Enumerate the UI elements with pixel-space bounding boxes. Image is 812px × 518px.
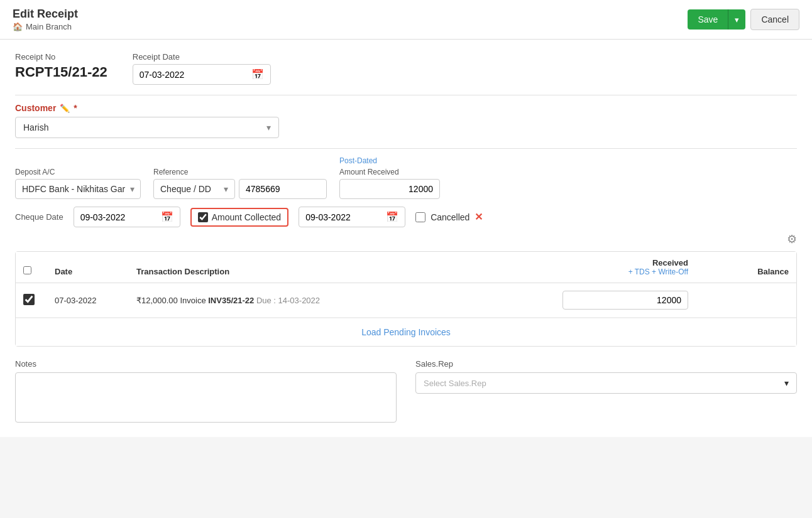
save-button-group: Save ▾: [688, 9, 745, 30]
deposit-value: HDFC Bank - Nikhitas Gar: [22, 184, 125, 194]
receipt-no-value: RCPT15/21-22: [15, 64, 107, 80]
amount-received-label: Amount Received: [339, 168, 440, 176]
collection-date-input-wrapper[interactable]: 📅: [299, 207, 405, 227]
receipt-no-section: Receipt No RCPT15/21-22: [15, 52, 107, 80]
header-actions: Save ▾ Cancel: [688, 9, 799, 30]
invoice-number: INV35/21-22: [208, 296, 254, 305]
row-received-cell: [562, 291, 688, 310]
row-checkbox[interactable]: [23, 294, 35, 305]
row-checkbox-cell: [23, 294, 55, 307]
col-desc-header: Transaction Description: [136, 267, 562, 276]
ref-type-chevron-icon: ▾: [224, 184, 228, 194]
row-description: ₹12,000.00 Invoice INV35/21-22 Due : 14-…: [136, 296, 562, 305]
sales-rep-label: Sales.Rep: [415, 359, 797, 369]
cancelled-checkbox[interactable]: [415, 212, 425, 222]
table-header: Date Transaction Description Received + …: [16, 252, 796, 283]
post-dated-label: Post-Dated: [339, 156, 440, 165]
deposit-label: Deposit A/C: [15, 168, 141, 176]
cheque-date-input[interactable]: [80, 212, 161, 222]
branch-label: 🏠 Main Branch: [13, 22, 78, 31]
edit-icon[interactable]: ✏️: [60, 104, 70, 113]
amount-collected-label: Amount Collected: [212, 212, 282, 222]
cheque-date-input-wrapper[interactable]: 📅: [74, 207, 180, 227]
required-marker: *: [74, 103, 77, 113]
cancelled-row: Cancelled ✕: [415, 211, 483, 223]
receipt-date-label: Receipt Date: [133, 52, 271, 62]
save-button[interactable]: Save: [688, 9, 728, 30]
settings-icon[interactable]: ⚙: [787, 232, 797, 246]
invoices-table: Date Transaction Description Received + …: [15, 251, 797, 347]
cancel-button[interactable]: Cancel: [750, 9, 799, 30]
bottom-section: Notes Sales.Rep Select Sales.Rep ▾: [15, 359, 797, 424]
notes-label: Notes: [15, 359, 397, 369]
receipt-date-input-wrapper[interactable]: 📅: [133, 64, 271, 85]
divider-2: [15, 148, 797, 149]
customer-select[interactable]: Harish ▾: [15, 117, 279, 138]
customer-value: Harish: [23, 122, 48, 132]
calendar-icon[interactable]: 📅: [251, 68, 264, 80]
invoice-amount: ₹12,000.00 Invoice: [136, 296, 208, 305]
row-date: 07-03-2022: [55, 296, 136, 305]
collection-calendar-icon[interactable]: 📅: [386, 211, 398, 223]
main-content: Receipt No RCPT15/21-22 Receipt Date 📅 C…: [0, 40, 812, 437]
save-dropdown-button[interactable]: ▾: [728, 9, 745, 30]
header-left: Edit Receipt 🏠 Main Branch: [13, 8, 78, 31]
row-received-input[interactable]: [562, 291, 688, 310]
amount-received-field-group: Post-Dated Amount Received: [339, 156, 440, 199]
tds-write-off-link[interactable]: + TDS + Write-Off: [628, 267, 688, 276]
reference-type-select[interactable]: Cheque / DD ▾: [153, 179, 235, 199]
sales-rep-select[interactable]: Select Sales.Rep ▾: [415, 372, 797, 394]
page-header: Edit Receipt 🏠 Main Branch Save ▾ Cancel: [0, 0, 812, 40]
cheque-date-label: Cheque Date: [15, 212, 63, 222]
cancel-x-icon[interactable]: ✕: [475, 211, 483, 223]
reference-label: Reference: [153, 168, 327, 176]
page-title: Edit Receipt: [13, 8, 78, 21]
reference-field-group: Reference Cheque / DD ▾: [153, 168, 327, 199]
amount-received-input[interactable]: [339, 179, 440, 199]
load-invoices-button[interactable]: Load Pending Invoices: [361, 327, 451, 337]
receipt-top-section: Receipt No RCPT15/21-22 Receipt Date 📅: [15, 52, 797, 85]
sales-rep-chevron-icon: ▾: [784, 378, 789, 388]
col-received-header: Received + TDS + Write-Off: [562, 258, 688, 276]
receipt-date-input[interactable]: [140, 70, 251, 80]
header-checkbox[interactable]: [23, 266, 31, 274]
amount-collected-box: Amount Collected: [190, 208, 289, 227]
receipt-no-label: Receipt No: [15, 52, 107, 62]
settings-icon-row: ⚙: [15, 232, 797, 246]
table-row: 07-03-2022 ₹12,000.00 Invoice INV35/21-2…: [16, 283, 796, 318]
sales-rep-section: Sales.Rep Select Sales.Rep ▾: [415, 359, 797, 424]
deposit-reference-row: Deposit A/C HDFC Bank - Nikhitas Gar ▾ R…: [15, 156, 797, 199]
col-date-header: Date: [55, 267, 136, 276]
notes-section: Notes: [15, 359, 397, 424]
cancelled-label: Cancelled: [431, 212, 469, 222]
cheque-calendar-icon[interactable]: 📅: [161, 211, 173, 223]
deposit-field-group: Deposit A/C HDFC Bank - Nikhitas Gar ▾: [15, 168, 141, 199]
customer-label: Customer ✏️ *: [15, 103, 797, 113]
reference-type-value: Cheque / DD: [160, 184, 211, 194]
divider-1: [15, 95, 797, 95]
collection-date-input[interactable]: [305, 212, 386, 222]
deposit-select[interactable]: HDFC Bank - Nikhitas Gar ▾: [15, 179, 141, 199]
sales-rep-placeholder: Select Sales.Rep: [424, 379, 486, 388]
cheque-row: Cheque Date 📅 Amount Collected 📅 Cancell…: [15, 207, 797, 227]
reference-number-input[interactable]: [239, 179, 327, 199]
due-info: Due : 14-03-2022: [256, 296, 320, 305]
deposit-chevron-icon: ▾: [130, 184, 134, 194]
receipt-date-section: Receipt Date 📅: [133, 52, 271, 85]
home-icon: 🏠: [13, 22, 23, 31]
customer-section: Customer ✏️ * Harish ▾: [15, 103, 797, 138]
col-balance-header: Balance: [688, 267, 789, 276]
chevron-down-icon: ▾: [266, 122, 271, 132]
amount-collected-checkbox[interactable]: [198, 212, 208, 222]
load-invoices-row: Load Pending Invoices: [16, 318, 796, 346]
col-checkbox-header: [23, 266, 55, 276]
notes-textarea[interactable]: [15, 372, 397, 423]
